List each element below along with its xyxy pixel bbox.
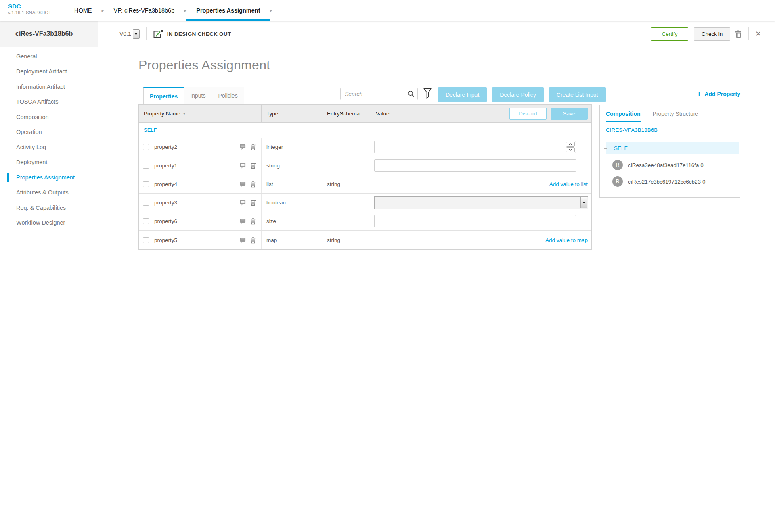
page-title: Properties Assignment (138, 58, 270, 73)
table-row: property4 list string Add value to list (139, 175, 591, 194)
add-value-to-map-link[interactable]: Add value to map (545, 237, 588, 243)
value-input[interactable] (374, 159, 576, 172)
tree-item-resource[interactable]: R ciResa3ee48af3ead17e116fa 0 (612, 160, 740, 170)
sidebar-item-tosca-artifacts[interactable]: TOSCA Artifacts (0, 94, 98, 110)
composition-root-node[interactable]: CIRES-VFA3B18B6B (600, 122, 740, 138)
column-property-name[interactable]: Property Name ▾ (139, 105, 262, 122)
main-content: Properties Assignment Properties Inputs … (98, 47, 775, 532)
table-row: property1 string (139, 156, 591, 175)
search-box (340, 88, 418, 100)
tab-properties[interactable]: Properties (143, 87, 184, 104)
declare-actions: Declare Input Declare Policy Create List… (438, 87, 606, 102)
breadcrumb-vf[interactable]: VF: ciRes-VFa3b18b6b (104, 0, 184, 21)
breadcrumb-home[interactable]: HOME (65, 0, 102, 21)
select-arrow-button[interactable] (580, 197, 587, 208)
self-group-row[interactable]: SELF (139, 123, 591, 138)
comment-icon[interactable] (240, 163, 246, 169)
search-input[interactable] (340, 88, 418, 100)
sidebar-item-attributes-outputs[interactable]: Attributes & Outputs (0, 185, 98, 200)
app-version: v.1.16.1-SNAPSHOT (8, 10, 65, 16)
spinner-up-icon[interactable] (566, 142, 575, 147)
row-checkbox[interactable] (143, 218, 149, 224)
property-type: map (262, 231, 322, 249)
delete-icon[interactable] (250, 237, 256, 244)
row-checkbox[interactable] (143, 237, 149, 243)
tree-item-resource[interactable]: R ciRes217c3bc619712cc6cb23 0 (612, 176, 740, 187)
value-input[interactable] (375, 141, 576, 153)
table-row: property3 boolean (139, 194, 591, 212)
add-value-to-list-link[interactable]: Add value to list (549, 181, 588, 187)
add-property-button[interactable]: + Add Property (599, 90, 740, 98)
comment-icon[interactable] (240, 181, 246, 187)
declare-input-button[interactable]: Declare Input (438, 87, 487, 102)
column-label: Value (376, 111, 390, 117)
row-checkbox[interactable] (143, 181, 149, 187)
tree-item-self[interactable]: SELF (606, 142, 739, 154)
sidebar-item-properties-assignment[interactable]: Properties Assignment (0, 170, 98, 185)
breadcrumb-properties-assignment[interactable]: Properties Assignment (186, 0, 270, 21)
sidebar: General Deployment Artifact Information … (0, 47, 98, 532)
comment-icon[interactable] (240, 218, 246, 224)
property-name: property1 (154, 163, 177, 169)
close-button[interactable]: ✕ (750, 29, 766, 38)
sidebar-item-deployment-artifact[interactable]: Deployment Artifact (0, 64, 98, 79)
tab-policies[interactable]: Policies (212, 87, 244, 104)
value-select[interactable] (374, 196, 588, 209)
tab-composition[interactable]: Composition (606, 105, 641, 122)
column-label: Property Name (144, 111, 180, 117)
sidebar-item-activity-log[interactable]: Activity Log (0, 140, 98, 155)
divider (146, 27, 147, 40)
row-checkbox[interactable] (143, 163, 149, 169)
sidebar-item-composition[interactable]: Composition (0, 109, 98, 125)
search-icon (408, 90, 415, 97)
entity-name: ciRes-VFa3b18b6b (15, 30, 73, 38)
delete-version-button[interactable] (730, 30, 747, 38)
comment-icon[interactable] (240, 144, 246, 150)
property-type: size (262, 212, 322, 230)
delete-icon[interactable] (250, 162, 256, 169)
certify-button[interactable]: Certify (651, 27, 688, 41)
sidebar-item-general[interactable]: General (0, 49, 98, 64)
sidebar-item-deployment[interactable]: Deployment (0, 155, 98, 170)
value-number-input[interactable] (374, 141, 576, 153)
create-list-input-button[interactable]: Create List Input (549, 87, 606, 102)
tab-property-structure[interactable]: Property Structure (653, 105, 699, 122)
entity-header-main: V0.1 IN DESIGN CHECK OUT Certify Check i… (98, 21, 775, 47)
tab-inputs[interactable]: Inputs (184, 87, 212, 104)
tree-item-label: ciResa3ee48af3ead17e116fa 0 (628, 162, 704, 168)
delete-icon[interactable] (250, 218, 256, 225)
delete-icon[interactable] (250, 199, 256, 206)
declare-policy-button[interactable]: Declare Policy (492, 87, 543, 102)
composition-panel: Composition Property Structure CIRES-VFA… (599, 105, 740, 198)
row-checkbox[interactable] (143, 200, 149, 206)
value-input[interactable] (374, 215, 576, 227)
spinner-down-icon[interactable] (566, 147, 575, 152)
chevron-down-icon (134, 33, 138, 35)
add-property-label: Add Property (704, 91, 740, 97)
header-actions: Certify Check in ✕ (651, 27, 775, 41)
design-edit-icon (153, 29, 163, 39)
comment-icon[interactable] (240, 200, 246, 206)
discard-button[interactable]: Discard (509, 108, 547, 120)
save-button[interactable]: Save (551, 108, 588, 120)
sidebar-item-information-artifact[interactable]: Information Artifact (0, 79, 98, 94)
sidebar-item-operation[interactable]: Operation (0, 125, 98, 140)
comment-icon[interactable] (240, 237, 246, 243)
sidebar-item-workflow-designer[interactable]: Workflow Designer (0, 215, 98, 231)
property-type: string (262, 156, 322, 175)
row-checkbox[interactable] (143, 144, 149, 150)
table-row: property2 integer (139, 138, 591, 156)
composition-panel-tabs: Composition Property Structure (600, 105, 740, 122)
entity-header: ciRes-VFa3b18b6b V0.1 IN DESIGN CHECK OU… (0, 21, 775, 47)
delete-icon[interactable] (250, 144, 256, 150)
sidebar-item-req-capabilities[interactable]: Req. & Capabilities (0, 200, 98, 215)
property-entry-schema (322, 156, 371, 175)
filter-icon[interactable] (423, 88, 432, 99)
version-dropdown[interactable] (133, 29, 140, 39)
sort-icon: ▾ (183, 111, 186, 116)
property-entry-schema: string (322, 175, 371, 193)
table-header: Property Name ▾ Type EntrySchema Value D… (139, 105, 591, 123)
divider (748, 27, 749, 40)
delete-icon[interactable] (250, 181, 256, 188)
checkin-button[interactable]: Check in (694, 27, 730, 41)
